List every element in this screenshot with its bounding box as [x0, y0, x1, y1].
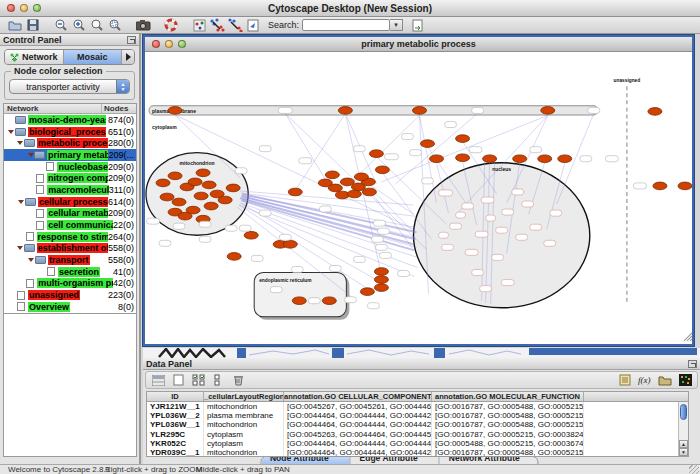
- graph-node[interactable]: [362, 188, 376, 196]
- graph-node[interactable]: [538, 155, 552, 163]
- scroll-up-button[interactable]: ▲: [679, 440, 688, 448]
- table-cell[interactable]: [GO:0016787, GO:0005488, GO:0005215, G..…: [432, 411, 584, 420]
- graph-node[interactable]: [653, 182, 667, 190]
- table-cell[interactable]: [GO:0005488, GO:0005215, GO:0003674]: [432, 439, 584, 448]
- zoom-out-button[interactable]: [52, 18, 70, 33]
- search-dropdown-button[interactable]: ▾: [390, 19, 403, 31]
- attribute-matrix-button[interactable]: [677, 373, 693, 388]
- birdseye-view[interactable]: [3, 313, 137, 457]
- tree-row-biological-process[interactable]: biological_process651(0): [4, 126, 136, 138]
- table-cell[interactable]: [GO:0016787, GO:0005215, GO:0003824, G..…: [432, 430, 584, 439]
- tree-expander-icon[interactable]: [17, 141, 24, 145]
- search-input[interactable]: [302, 19, 390, 31]
- graph-node[interactable]: [648, 108, 662, 116]
- snapshot-button[interactable]: [134, 18, 152, 33]
- table-cell[interactable]: YJR121W__1: [147, 402, 204, 411]
- import-attributes-button[interactable]: [657, 373, 673, 388]
- table-cell[interactable]: cytoplasm: [204, 430, 284, 439]
- graph-node[interactable]: [374, 284, 388, 292]
- tree-row-nitrogen-compo[interactable]: nitrogen compo209(0): [4, 172, 136, 184]
- table-cell[interactable]: YLR295C: [147, 430, 204, 439]
- graph-node[interactable]: [347, 190, 361, 198]
- copy-edge-attributes-button[interactable]: [226, 18, 244, 33]
- table-cell[interactable]: [GO:0016787, GO:0005488, GO:0005215, G..…: [432, 420, 584, 429]
- open-file-button[interactable]: [6, 18, 24, 33]
- graph-node[interactable]: [172, 198, 186, 206]
- tree-row-nucleobase-[interactable]: nucleobase-209(0): [4, 161, 136, 173]
- column-header-0[interactable]: ID: [147, 392, 204, 401]
- graph-node[interactable]: [430, 155, 444, 163]
- table-row-YKR052C[interactable]: YKR052Ccytoplasm[GO:0044464, GO:0044444,…: [147, 439, 688, 448]
- delete-attribute-button[interactable]: [230, 373, 246, 388]
- graph-node[interactable]: [369, 150, 383, 158]
- network-canvas[interactable]: plasma membranecytoplasmmitochondrionnuc…: [145, 52, 692, 344]
- table-row-YPL036W__2[interactable]: YPL036W__2plasma membrane[GO:0044464, GO…: [147, 411, 688, 420]
- graph-node[interactable]: [541, 107, 555, 115]
- tree-expander-icon[interactable]: [17, 200, 25, 204]
- graph-node[interactable]: [156, 179, 170, 187]
- graph-node[interactable]: [244, 231, 258, 239]
- save-button[interactable]: [24, 18, 42, 33]
- unselect-attributes-button[interactable]: [210, 373, 226, 388]
- graph-node[interactable]: [292, 297, 306, 305]
- graph-node[interactable]: [168, 107, 182, 115]
- help-button[interactable]: [162, 18, 180, 33]
- graph-node[interactable]: [325, 171, 339, 179]
- annotation-button[interactable]: [244, 18, 262, 33]
- table-cell[interactable]: mitochondrion: [204, 420, 284, 429]
- graph-node[interactable]: [194, 192, 208, 200]
- tabs-overflow-button[interactable]: [122, 50, 134, 64]
- table-cell[interactable]: [GO:0044464, GO:0044444, GO:0044425, G..…: [284, 420, 432, 429]
- graph-node[interactable]: [513, 155, 527, 163]
- tree-expander-icon[interactable]: [27, 153, 34, 157]
- graph-node[interactable]: [283, 240, 297, 248]
- table-cell[interactable]: [GO:0044464, GO:0044444, GO:0044444, G..…: [284, 439, 432, 448]
- tree-expander-icon[interactable]: [27, 258, 35, 262]
- float-panel-icon[interactable]: [127, 36, 136, 44]
- table-cell[interactable]: [GO:0045263, GO:0044464, GO:0044455, G..…: [284, 430, 432, 439]
- graph-node[interactable]: [168, 172, 182, 180]
- zoom-in-button[interactable]: [70, 18, 88, 33]
- search-options-button[interactable]: [409, 18, 427, 33]
- table-row-YJR121W__1[interactable]: YJR121W__1mitochondrion[GO:0045267, GO:0…: [147, 402, 688, 411]
- graph-node[interactable]: [374, 276, 388, 284]
- column-header-2[interactable]: annotation.GO CELLULAR_COMPONENT: [284, 392, 432, 401]
- tree-row-primary-metabo[interactable]: primary metabo209(...: [4, 149, 136, 161]
- table-cell[interactable]: plasma membrane: [204, 411, 284, 420]
- column-header-3[interactable]: annotation.GO MOLECULAR_FUNCTION: [432, 392, 584, 401]
- graph-node[interactable]: [226, 184, 240, 192]
- graph-node[interactable]: [483, 155, 497, 163]
- graph-node[interactable]: [421, 140, 435, 148]
- resize-grip[interactable]: [689, 465, 699, 474]
- tree-row-multi-organism-pro[interactable]: multi-organism pro42(0): [4, 278, 136, 290]
- graph-node[interactable]: [218, 196, 232, 204]
- graph-node[interactable]: [374, 268, 388, 276]
- copy-node-attributes-button[interactable]: [208, 18, 226, 33]
- graph-node[interactable]: [202, 181, 216, 189]
- table-cell[interactable]: YDR039C__1: [147, 448, 204, 457]
- graph-node[interactable]: [196, 169, 210, 177]
- graph-node[interactable]: [456, 135, 470, 143]
- table-row-YPL036W__1[interactable]: YPL036W__1mitochondrion[GO:0044464, GO:0…: [147, 420, 688, 429]
- tree-expander-icon[interactable]: [17, 246, 24, 250]
- graph-node[interactable]: [328, 184, 342, 192]
- plugin-button[interactable]: [190, 18, 208, 33]
- table-cell[interactable]: [GO:0044464, GO:0044444, GO:0044425, G..…: [284, 411, 432, 420]
- table-cell[interactable]: YPL036W__2: [147, 411, 204, 420]
- graph-node[interactable]: [360, 288, 374, 296]
- graph-node[interactable]: [178, 212, 192, 220]
- tree-row-metabolic-process[interactable]: metabolic process280(0): [4, 137, 136, 149]
- graph-node[interactable]: [288, 188, 302, 196]
- tree-row-cell-communicat[interactable]: cell communicat22(0): [4, 219, 136, 231]
- tree-row-overview[interactable]: Overview8(0): [4, 301, 136, 313]
- graph-node[interactable]: [412, 107, 426, 115]
- tree-row-establishment-of-lo[interactable]: establishment of lo558(0): [4, 243, 136, 255]
- scroll-down-button[interactable]: ▼: [679, 448, 688, 456]
- tree-row-secretion[interactable]: secretion41(0): [4, 266, 136, 278]
- tree-row-unassigned[interactable]: unassigned223(0): [4, 289, 136, 301]
- graph-node[interactable]: [354, 173, 368, 181]
- scrollbar-thumb[interactable]: [680, 404, 687, 420]
- select-attributes-button[interactable]: [190, 373, 206, 388]
- tab-mosaic[interactable]: Mosaic: [64, 50, 123, 64]
- table-cell[interactable]: YKR052C: [147, 439, 204, 448]
